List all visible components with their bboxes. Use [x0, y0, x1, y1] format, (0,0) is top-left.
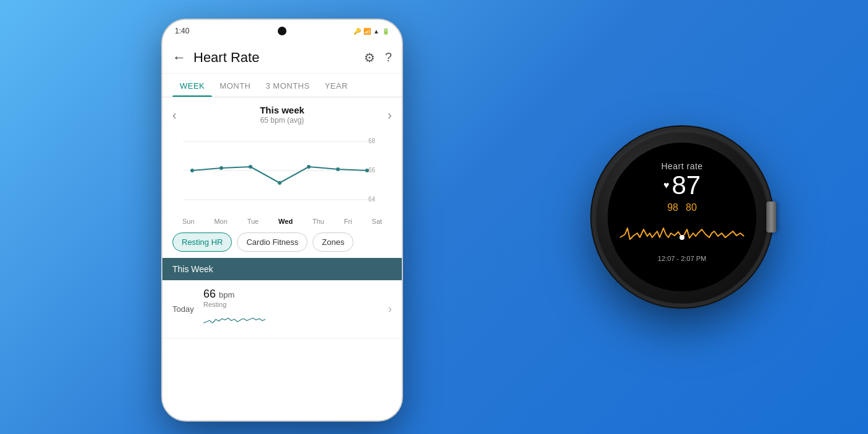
svg-point-10: [307, 165, 311, 169]
back-button[interactable]: ←: [172, 50, 186, 66]
page-title: Heart Rate: [193, 50, 364, 66]
header-actions: ⚙ ?: [364, 50, 392, 65]
tab-month[interactable]: MONTH: [212, 74, 258, 97]
status-time: 1:40: [175, 27, 189, 35]
mini-chart: [203, 309, 265, 328]
day-sun: Sun: [182, 218, 195, 225]
svg-point-7: [219, 166, 223, 170]
smartwatch: Heart rate ♥ 87 98 80 12:07 - 2:07 PM: [595, 130, 769, 304]
day-fri: Fri: [344, 218, 352, 225]
svg-point-13: [680, 235, 684, 240]
watch-heart-rate-display: ♥ 87: [663, 172, 701, 198]
camera-notch: [278, 27, 286, 35]
tab-3months[interactable]: 3 MONTHS: [258, 74, 317, 97]
prev-week-button[interactable]: ‹: [172, 108, 177, 122]
day-sat: Sat: [372, 218, 383, 225]
today-label: Today: [172, 304, 203, 314]
resting-hr-button[interactable]: Resting HR: [172, 232, 232, 252]
next-week-button[interactable]: ›: [388, 108, 392, 122]
app-header: ← Heart Rate ⚙ ?: [162, 42, 402, 74]
today-data: 66 bpm Resting: [203, 288, 388, 330]
key-icon: 🔑: [353, 28, 361, 35]
heart-icon: ♥: [663, 180, 670, 191]
watch-chart-svg: [618, 216, 746, 250]
today-bpm-value: 66 bpm: [203, 288, 388, 301]
app-content: ← Heart Rate ⚙ ? WEEK MONTH 3 MONTHS YEA…: [162, 42, 402, 420]
svg-point-8: [249, 165, 252, 169]
today-status: Resting: [203, 301, 388, 308]
watch-time: 12:07 - 2:07 PM: [658, 255, 706, 262]
heart-rate-chart: 68 66 64: [162, 127, 402, 226]
cardio-fitness-button[interactable]: Cardio Fitness: [237, 232, 308, 252]
day-mon: Mon: [214, 218, 227, 225]
phone-body: 1:40 🔑 📶 ▲ 🔋 ← Heart Rate ⚙ ? WEEK: [161, 19, 403, 422]
svg-point-6: [190, 169, 194, 172]
watch-body: Heart rate ♥ 87 98 80 12:07 - 2:07 PM: [595, 130, 769, 304]
today-chevron-icon: ›: [388, 303, 392, 316]
watch-range: 98 80: [667, 202, 697, 213]
day-thu: Thu: [312, 218, 324, 225]
svg-point-11: [336, 167, 340, 171]
watch-range-high: 80: [686, 202, 697, 213]
filter-buttons: Resting HR Cardio Fitness Zones: [162, 226, 402, 258]
tab-week[interactable]: WEEK: [172, 74, 212, 97]
today-row[interactable]: Today 66 bpm Resting ›: [162, 280, 402, 339]
settings-button[interactable]: ⚙: [364, 50, 375, 65]
day-tue: Tue: [247, 218, 259, 225]
svg-point-9: [278, 181, 281, 185]
day-wed: Wed: [278, 218, 293, 225]
zones-button[interactable]: Zones: [312, 232, 353, 252]
help-button[interactable]: ?: [385, 50, 392, 65]
watch-face: Heart rate ♥ 87 98 80 12:07 - 2:07 PM: [608, 143, 756, 291]
week-avg: 65 bpm (avg): [260, 116, 304, 125]
signal-icon: ▲: [373, 28, 379, 35]
status-icons: 🔑 📶 ▲ 🔋: [353, 28, 389, 35]
phone: 1:40 🔑 📶 ▲ 🔋 ← Heart Rate ⚙ ? WEEK: [161, 19, 403, 422]
wifi-icon: 📶: [363, 28, 371, 35]
status-bar: 1:40 🔑 📶 ▲ 🔋: [162, 20, 402, 42]
watch-chart: [618, 216, 746, 252]
chart-days: Sun Mon Tue Wed Thu Fri Sat: [172, 215, 392, 225]
week-navigator: ‹ This week 65 bpm (avg) ›: [162, 97, 402, 127]
tabs-bar: WEEK MONTH 3 MONTHS YEAR: [162, 74, 402, 97]
battery-icon: 🔋: [382, 28, 389, 35]
watch-title: Heart rate: [661, 161, 702, 171]
tab-year[interactable]: YEAR: [317, 74, 355, 97]
svg-point-12: [365, 169, 369, 172]
week-info: This week 65 bpm (avg): [260, 105, 304, 125]
watch-range-low: 98: [667, 202, 678, 213]
watch-bpm-value: 87: [671, 172, 701, 198]
watch-crown: [766, 202, 776, 232]
this-week-header: This Week: [162, 258, 402, 280]
chart-svg: 68 66 64: [172, 132, 392, 213]
week-title: This week: [260, 105, 304, 115]
